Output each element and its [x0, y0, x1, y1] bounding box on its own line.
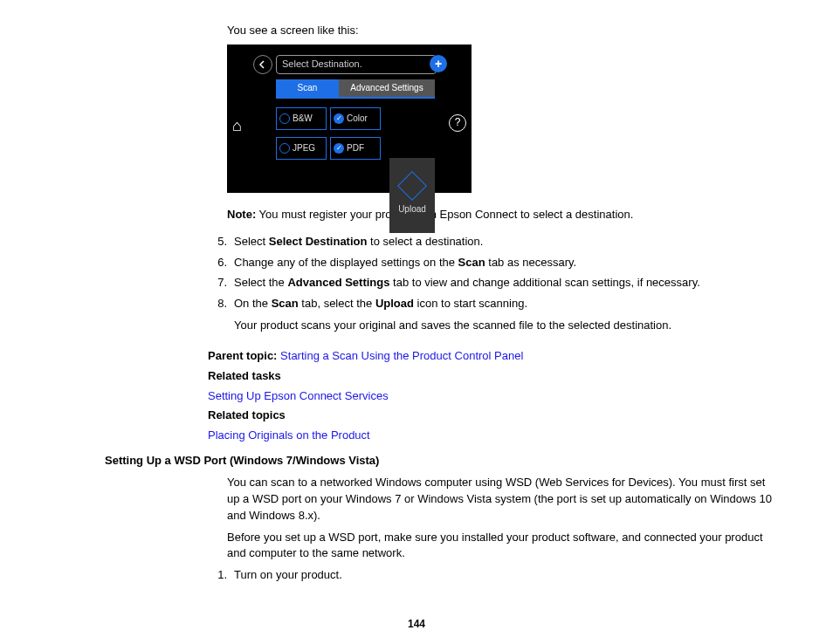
parent-topic-row: Parent topic: Starting a Scan Using the … [208, 348, 781, 365]
related-tasks-label: Related tasks [208, 368, 781, 385]
steps-list: 5. Select Select Destination to select a… [208, 234, 781, 339]
scan-options-panel: B&W ✓ Color JPEG ✓ PDF [276, 97, 435, 182]
select-destination-field[interactable]: Select Destination. [276, 55, 437, 74]
home-icon[interactable]: ⌂ [232, 114, 242, 137]
tab-scan[interactable]: Scan [276, 79, 339, 97]
related-topics-label: Related topics [208, 408, 781, 424]
related-topics-link[interactable]: Placing Originals on the Product [208, 428, 370, 442]
back-icon[interactable] [253, 55, 272, 74]
upload-button[interactable]: Upload [389, 158, 435, 233]
add-destination-icon[interactable]: + [430, 55, 447, 72]
help-icon[interactable]: ? [449, 114, 466, 132]
tab-advanced-settings[interactable]: Advanced Settings [339, 79, 435, 97]
check-icon: ✓ [334, 113, 344, 124]
option-color-label: Color [347, 113, 368, 126]
wsd-heading: Setting Up a WSD Port (Windows 7/Windows… [105, 453, 781, 469]
note-label: Note: [227, 208, 256, 221]
step-7: 7. Select the Advanced Settings tab to v… [208, 275, 781, 291]
upload-icon [397, 171, 427, 201]
upload-label: Upload [398, 203, 426, 216]
option-pdf[interactable]: ✓ PDF [330, 137, 381, 160]
radio-off-icon [279, 143, 290, 154]
option-jpeg[interactable]: JPEG [276, 137, 327, 160]
step-5: 5. Select Select Destination to select a… [208, 234, 781, 250]
note-text: You must register your product with Epso… [256, 208, 633, 221]
wsd-paragraph-2: Before you set up a WSD port, make sure … [227, 530, 781, 563]
select-destination-label: Select Destination. [282, 58, 362, 72]
parent-topic-link[interactable]: Starting a Scan Using the Product Contro… [280, 349, 523, 362]
intro-text: You see a screen like this: [227, 23, 781, 39]
option-pdf-label: PDF [347, 142, 364, 155]
option-bw-label: B&W [293, 113, 313, 126]
option-color[interactable]: ✓ Color [330, 107, 381, 130]
step-6: 6. Change any of the displayed settings … [208, 255, 781, 271]
tab-row: Scan Advanced Settings [276, 79, 435, 97]
wsd-step-1: 1. Turn on your product. [208, 567, 781, 584]
page-number: 144 [0, 617, 833, 632]
check-icon: ✓ [334, 143, 344, 154]
document-page: You see a screen like this: Select Desti… [0, 0, 833, 644]
option-jpeg-label: JPEG [293, 142, 315, 155]
wsd-steps-list: 1. Turn on your product. [208, 567, 781, 584]
step-8: 8. On the Scan tab, select the Upload ic… [208, 296, 781, 339]
note-paragraph: Note: You must register your product wit… [227, 207, 781, 223]
radio-off-icon [279, 113, 290, 124]
step-8-result: Your product scans your original and sav… [234, 318, 781, 334]
wsd-paragraph-1: You can scan to a networked Windows comp… [227, 475, 781, 524]
related-tasks-link[interactable]: Setting Up Epson Connect Services [208, 389, 389, 402]
parent-topic-label: Parent topic: [208, 349, 277, 362]
option-bw[interactable]: B&W [276, 107, 327, 130]
printer-lcd-screenshot: Select Destination. + Scan Advanced Sett… [227, 45, 472, 193]
